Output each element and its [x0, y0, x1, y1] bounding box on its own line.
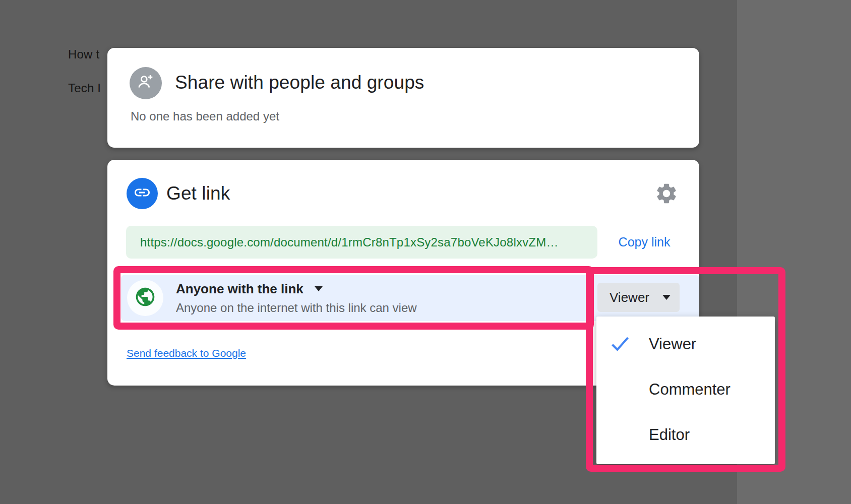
get-link-title: Get link	[166, 183, 230, 204]
send-feedback-link[interactable]: Send feedback to Google	[127, 347, 246, 359]
person-add-icon	[136, 73, 155, 94]
menu-item-label: Viewer	[649, 335, 696, 353]
checkmark-icon	[610, 335, 631, 357]
menu-item-commenter[interactable]: Commenter	[596, 367, 775, 412]
link-icon	[133, 183, 151, 204]
permission-menu: Viewer Commenter Editor	[596, 317, 775, 464]
gear-icon	[654, 181, 679, 208]
menu-item-viewer[interactable]: Viewer	[596, 322, 775, 367]
document-url: https://docs.google.com/document/d/1rmCr…	[140, 235, 559, 249]
permission-selected-label: Viewer	[610, 290, 649, 305]
document-link-field[interactable]: https://docs.google.com/document/d/1rmCr…	[126, 226, 597, 259]
chevron-down-icon	[315, 286, 323, 291]
background-heading-fragment: How t	[68, 47, 99, 61]
globe-icon	[134, 286, 156, 310]
share-dialog: Share with people and groups No one has …	[107, 48, 699, 148]
link-scope-label: Anyone with the link	[176, 281, 303, 297]
menu-item-editor[interactable]: Editor	[596, 412, 775, 458]
background-subheading-fragment: Tech I	[68, 81, 101, 95]
link-settings-button[interactable]	[653, 181, 680, 208]
share-dialog-empty-state: No one has been added yet	[131, 109, 279, 123]
avatar	[127, 178, 158, 209]
menu-item-label: Editor	[649, 426, 690, 444]
link-access-text: Anyone with the link Anyone on the inter…	[176, 281, 417, 315]
chevron-down-icon	[662, 295, 671, 300]
link-scope-dropdown[interactable]: Anyone with the link	[176, 281, 417, 297]
permission-dropdown-button[interactable]: Viewer	[597, 283, 680, 312]
copy-link-button[interactable]: Copy link	[612, 233, 677, 250]
share-dialog-title: Share with people and groups	[175, 72, 424, 93]
menu-item-label: Commenter	[649, 381, 731, 399]
screen-overlay: How t Tech I Share with people and group…	[0, 0, 851, 504]
avatar	[130, 67, 162, 99]
globe-badge	[127, 280, 163, 316]
link-scope-description: Anyone on the internet with this link ca…	[176, 301, 417, 315]
